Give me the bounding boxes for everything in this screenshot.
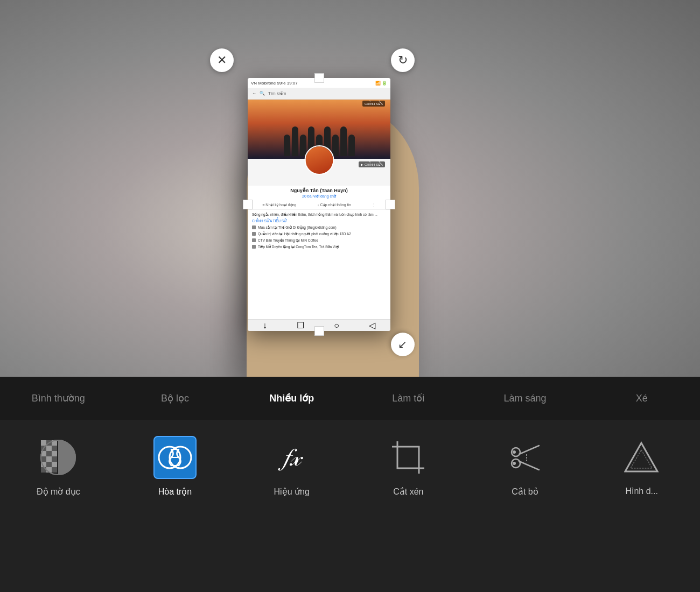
- person-8: [340, 126, 347, 156]
- fx-icon: 𝑓𝓍: [283, 445, 300, 470]
- svg-rect-12: [46, 456, 52, 462]
- bio-icon-3: [252, 238, 256, 242]
- blend-mode-lam-toi[interactable]: Làm tối: [350, 387, 467, 410]
- person-1: [284, 135, 290, 156]
- person-7: [332, 135, 339, 156]
- edit-badge-video: ▶ CHỈNH SỬA: [359, 161, 385, 167]
- tool-hoa-tron[interactable]: Hòa trộn: [117, 431, 234, 502]
- svg-rect-6: [46, 446, 52, 451]
- svg-rect-9: [46, 451, 52, 456]
- phone-carrier: VN Mobifone 99% 19:07: [251, 81, 298, 86]
- crop-icon: [392, 441, 424, 474]
- svg-rect-13: [52, 456, 57, 462]
- tool-cat-bo[interactable]: Cắt bỏ: [467, 431, 584, 502]
- bio-item-4: Tiếp Mở Doyên tặng tại CongTom Tea, Trà …: [252, 244, 386, 249]
- blend-icon: [156, 439, 194, 476]
- svg-rect-26: [397, 447, 419, 468]
- tools-bar: Độ mờ đục Hòa trộn 𝑓𝓍 Hiệu ứng: [0, 420, 700, 592]
- person-2: [292, 126, 298, 156]
- svg-line-33: [519, 446, 539, 454]
- back-arrow: ←: [252, 91, 256, 96]
- svg-point-37: [513, 462, 516, 465]
- tool-do-mo-duc[interactable]: Độ mờ đục: [0, 431, 117, 502]
- shape-icon: [624, 440, 659, 475]
- crop-icon-wrapper: [387, 436, 430, 479]
- bio-icon-4: [252, 245, 256, 249]
- cutout-icon: [508, 440, 543, 475]
- blend-modes-bar: Bình thường Bộ lọc Nhiều lớp Làm tối Làm…: [0, 377, 700, 420]
- bio-edit-link: CHỈNH SỬA TIỂU SỬ: [252, 219, 386, 223]
- blend-mode-nhieu-lop[interactable]: Nhiều lớp: [233, 387, 350, 410]
- svg-marker-38: [625, 443, 657, 471]
- close-button[interactable]: ✕: [210, 48, 234, 72]
- bio-text: Sống ngẫu nhiên, điều khiến thăm, thích …: [252, 212, 377, 217]
- blend-mode-binh-thuong[interactable]: Bình thường: [0, 387, 117, 410]
- svg-rect-2: [41, 440, 46, 446]
- canvas-area: VN Mobifone 99% 19:07 📶 🔋 ← 🔍 Tìm kiếm: [0, 0, 700, 377]
- action-more: ⋮: [372, 203, 376, 207]
- svg-rect-16: [52, 462, 57, 467]
- shape-icon-wrapper: [620, 436, 663, 479]
- bio-item-2: Quản trị viên tại Hội những người phát c…: [252, 231, 386, 236]
- svg-rect-7: [52, 446, 57, 451]
- search-icon: 🔍: [260, 91, 265, 96]
- opacity-icon: [39, 439, 77, 476]
- person-3: [300, 135, 306, 156]
- phone-search-bar: ← 🔍 Tìm kiếm: [248, 88, 390, 100]
- svg-line-34: [519, 461, 539, 470]
- phone-bio: Sống ngẫu nhiên, điều khiến thăm, thích …: [248, 210, 390, 253]
- tool-hieu-ung[interactable]: 𝑓𝓍 Hiệu ứng: [233, 431, 350, 502]
- blend-mode-lam-sang[interactable]: Làm sáng: [467, 387, 584, 410]
- tool-label-do-mo-duc: Độ mờ đục: [37, 487, 80, 497]
- action-update: ↓ Cập nhật thông tin: [317, 203, 351, 207]
- blend-mode-xe[interactable]: Xé: [583, 387, 700, 410]
- bio-edit-text: CHỈNH SỬA TIỂU SỬ: [252, 219, 287, 223]
- bio-main: Sống ngẫu nhiên, điều khiến thăm, thích …: [252, 212, 386, 217]
- tool-hinh-dang[interactable]: Hình d...: [583, 431, 700, 502]
- search-text: Tìm kiếm: [268, 91, 286, 96]
- phone-icons: 📶 🔋: [375, 81, 387, 86]
- blend-icon-wrapper: [153, 436, 197, 479]
- blend-mode-bo-loc[interactable]: Bộ lọc: [117, 387, 234, 410]
- nav-back: ↓: [263, 321, 267, 330]
- phone-status-bar: VN Mobifone 99% 19:07 📶 🔋: [248, 78, 390, 88]
- rotate-button[interactable]: ↻: [391, 48, 415, 72]
- bio-item-1: Mua sắm tại Thế Giới Di Động (thegioidid…: [252, 225, 386, 230]
- svg-rect-10: [52, 451, 57, 456]
- profile-name: Nguyễn Tân (Taan Huyn): [248, 186, 390, 194]
- svg-rect-19: [52, 467, 57, 473]
- bio-item-3: CTV Bán Truyền Thông tại MiN Coffee: [252, 238, 386, 243]
- bio-icon-2: [252, 232, 256, 236]
- profile-sub: 20 bài viết đang chờ: [248, 194, 390, 201]
- nav-home: ☐: [297, 320, 304, 330]
- svg-rect-15: [46, 462, 52, 467]
- tool-label-hieu-ung: Hiệu ứng: [274, 487, 310, 497]
- nav-recents: ◁: [369, 320, 375, 330]
- tool-label-cat-bo: Cắt bỏ: [512, 487, 538, 497]
- cutout-icon-wrapper: [503, 436, 547, 479]
- fx-icon-wrapper: 𝑓𝓍: [270, 436, 313, 479]
- svg-marker-39: [631, 450, 652, 468]
- phone-nav-bar: ↓ ☐ ○ ◁: [248, 319, 390, 331]
- person-9: [348, 135, 355, 156]
- phone-frame: VN Mobifone 99% 19:07 📶 🔋 ← 🔍 Tìm kiếm: [248, 78, 390, 331]
- tool-label-cat-xen: Cắt xén: [393, 487, 423, 497]
- phone-actions: ≡ Nhật ký hoạt động ↓ Cập nhật thông tin…: [248, 201, 390, 210]
- tool-label-hinh-dang: Hình d...: [625, 487, 657, 496]
- opacity-icon-wrapper: [37, 436, 80, 479]
- tool-label-hoa-tron: Hòa trộn: [158, 487, 192, 497]
- profile-pic-area: ▶ CHỈNH SỬA: [248, 159, 390, 186]
- svg-point-36: [513, 450, 516, 454]
- edit-badge-cover: CHỈNH SỬA: [362, 101, 385, 107]
- nav-circle: ○: [334, 321, 339, 330]
- action-activity: ≡ Nhật ký hoạt động: [262, 203, 296, 207]
- bio-icon-1: [252, 225, 256, 229]
- tool-cat-xen[interactable]: Cắt xén: [350, 431, 467, 502]
- profile-pic: [304, 145, 334, 175]
